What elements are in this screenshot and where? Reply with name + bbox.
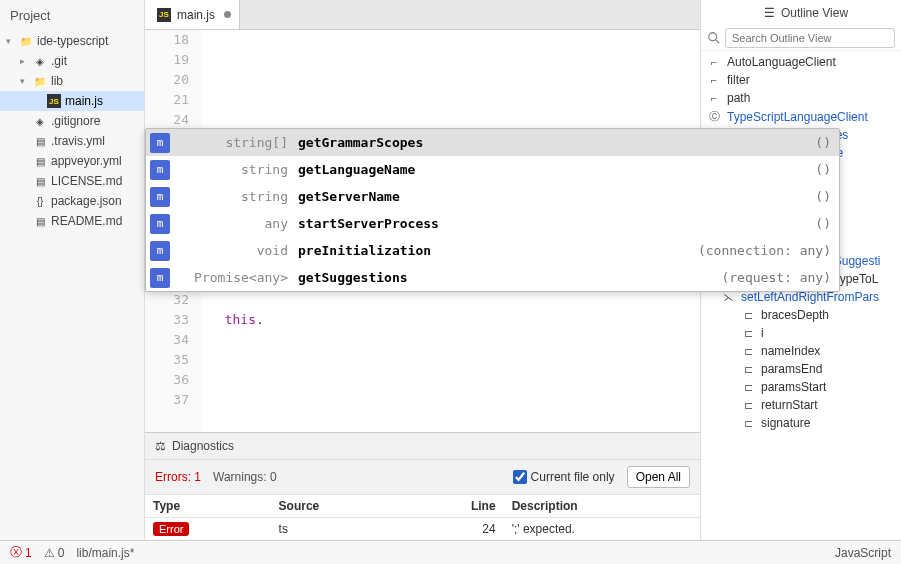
js-icon: JS <box>157 8 171 22</box>
ac-type: string <box>178 162 298 177</box>
error-badge: Error <box>153 522 189 536</box>
json-icon: {} <box>33 194 47 208</box>
git-icon: ◈ <box>33 54 47 68</box>
outline-item-paramsStart[interactable]: ⊏paramsStart <box>701 378 901 396</box>
line-number: 33 <box>145 310 189 330</box>
outline-kind-icon: ⊏ <box>741 327 755 340</box>
status-warn-count[interactable]: ⚠ 0 <box>44 546 65 560</box>
tree-item--git[interactable]: ▸◈.git <box>0 51 144 71</box>
chevron-icon: ▸ <box>20 56 29 66</box>
status-language[interactable]: JavaScript <box>835 546 891 560</box>
md-icon: ▤ <box>33 214 47 228</box>
tab-label: main.js <box>177 8 215 22</box>
line-number: 37 <box>145 390 189 410</box>
ac-type: string <box>178 189 298 204</box>
method-badge-icon: m <box>150 160 170 180</box>
current-file-checkbox[interactable] <box>513 470 527 484</box>
tree-item-main-js[interactable]: JSmain.js <box>0 91 144 111</box>
tree-label: ide-typescript <box>37 34 108 48</box>
tree-item-README-md[interactable]: ▤README.md <box>0 211 144 231</box>
ac-type: string[] <box>178 135 298 150</box>
outline-item-filter[interactable]: ⌐filter <box>701 71 901 89</box>
svg-line-1 <box>716 40 720 44</box>
outline-item-TypeScriptLanguageClient[interactable]: ⒸTypeScriptLanguageClient <box>701 107 901 126</box>
outline-item-i[interactable]: ⊏i <box>701 324 901 342</box>
outline-kind-icon: ⊏ <box>741 417 755 430</box>
ac-name: getLanguageName <box>298 162 815 177</box>
outline-item-paramsEnd[interactable]: ⊏paramsEnd <box>701 360 901 378</box>
outline-label: signature <box>761 416 810 430</box>
outline-kind-icon: ⊏ <box>741 345 755 358</box>
status-error-count[interactable]: ⓧ 1 <box>10 544 32 561</box>
status-path[interactable]: lib/main.js* <box>76 546 134 560</box>
folder-icon: 📁 <box>19 34 33 48</box>
ac-name: preInitialization <box>298 243 698 258</box>
search-icon <box>707 31 721 45</box>
scales-icon: ⚖ <box>155 439 166 453</box>
outline-search-input[interactable] <box>725 28 895 48</box>
open-all-button[interactable]: Open All <box>627 466 690 488</box>
md-icon: ▤ <box>33 174 47 188</box>
outline-item-nameIndex[interactable]: ⊏nameIndex <box>701 342 901 360</box>
col-type[interactable]: Type <box>145 495 271 518</box>
ac-signature: () <box>815 135 831 150</box>
status-bar: ⓧ 1 ⚠ 0 lib/main.js* JavaScript <box>0 540 901 564</box>
line-number: 32 <box>145 290 189 310</box>
current-file-toggle[interactable]: Current file only <box>513 470 615 484</box>
outline-item-returnStart[interactable]: ⊏returnStart <box>701 396 901 414</box>
line-number: 36 <box>145 370 189 390</box>
autocomplete-item-getGrammarScopes[interactable]: mstring[]getGrammarScopes() <box>146 129 839 156</box>
autocomplete-item-getServerName[interactable]: mstringgetServerName() <box>146 183 839 210</box>
ac-type: Promise<any> <box>178 270 298 285</box>
method-badge-icon: m <box>150 241 170 261</box>
chevron-icon: ▾ <box>6 36 15 46</box>
tree-item-LICENSE-md[interactable]: ▤LICENSE.md <box>0 171 144 191</box>
outline-item-bracesDepth[interactable]: ⊏bracesDepth <box>701 306 901 324</box>
col-source[interactable]: Source <box>271 495 407 518</box>
error-icon: ⓧ <box>10 544 22 561</box>
yml-icon: ▤ <box>33 154 47 168</box>
autocomplete-item-startServerProcess[interactable]: manystartServerProcess() <box>146 210 839 237</box>
tree-item-lib[interactable]: ▾📁lib <box>0 71 144 91</box>
autocomplete-item-preInitialization[interactable]: mvoidpreInitialization(connection: any) <box>146 237 839 264</box>
outline-kind-icon: Ⓒ <box>707 109 721 124</box>
tree-item-package-json[interactable]: {}package.json <box>0 191 144 211</box>
tree-item--gitignore[interactable]: ◈.gitignore <box>0 111 144 131</box>
diagnostics-header[interactable]: ⚖ Diagnostics <box>145 433 700 460</box>
outline-label: paramsStart <box>761 380 826 394</box>
outline-label: i <box>761 326 764 340</box>
outline-item-AutoLanguageClient[interactable]: ⌐AutoLanguageClient <box>701 53 901 71</box>
chevron-icon: ▾ <box>20 76 29 86</box>
tree-label: .travis.yml <box>51 134 105 148</box>
outline-item-signature[interactable]: ⊏signature <box>701 414 901 432</box>
git-icon: ◈ <box>33 114 47 128</box>
outline-item-path[interactable]: ⌐path <box>701 89 901 107</box>
tab-mainjs[interactable]: JS main.js <box>145 0 240 29</box>
outline-kind-icon: ⌐ <box>707 74 721 86</box>
ac-type: any <box>178 216 298 231</box>
autocomplete-popup[interactable]: mstring[]getGrammarScopes()mstringgetLan… <box>145 128 840 292</box>
outline-label: bracesDepth <box>761 308 829 322</box>
outline-label: filter <box>727 73 750 87</box>
tree-label: package.json <box>51 194 122 208</box>
outline-kind-icon: ⊏ <box>741 399 755 412</box>
tree-label: appveyor.yml <box>51 154 122 168</box>
tree-item--travis-yml[interactable]: ▤.travis.yml <box>0 131 144 151</box>
project-sidebar: Project ▾📁ide-typescript▸◈.git▾📁libJSmai… <box>0 0 145 540</box>
tree-item-ide-typescript[interactable]: ▾📁ide-typescript <box>0 31 144 51</box>
autocomplete-item-getLanguageName[interactable]: mstringgetLanguageName() <box>146 156 839 183</box>
diagnostic-row[interactable]: Errorts24';' expected. <box>145 518 700 541</box>
ac-signature: (request: any) <box>721 270 831 285</box>
method-badge-icon: m <box>150 187 170 207</box>
ac-signature: () <box>815 216 831 231</box>
autocomplete-item-getSuggestions[interactable]: mPromise<any>getSuggestions(request: any… <box>146 264 839 291</box>
col-desc[interactable]: Description <box>504 495 700 518</box>
ac-name: getSuggestions <box>298 270 721 285</box>
tree-item-appveyor-yml[interactable]: ▤appveyor.yml <box>0 151 144 171</box>
tree-label: lib <box>51 74 63 88</box>
outline-label: setLeftAndRightFromPars <box>741 290 879 304</box>
errors-summary: Errors: 1 <box>155 470 201 484</box>
line-number: 18 <box>145 30 189 50</box>
outline-label: paramsEnd <box>761 362 822 376</box>
col-line[interactable]: Line <box>406 495 503 518</box>
